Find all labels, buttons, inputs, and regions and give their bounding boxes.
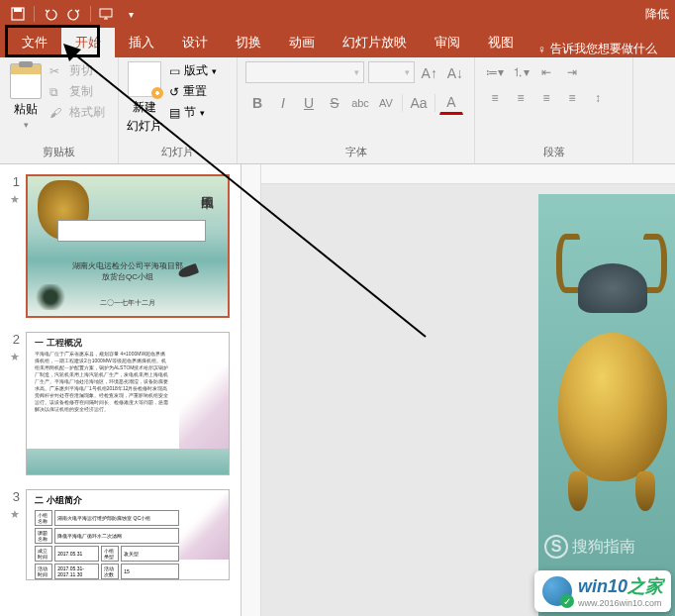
qat-more-icon[interactable]: ▾ (119, 2, 143, 26)
italic-button[interactable]: I (271, 91, 295, 115)
save-icon[interactable] (6, 2, 30, 26)
group-clipboard-label: 剪贴板 (8, 143, 110, 159)
paste-button[interactable]: 粘贴 ▾ (8, 61, 44, 132)
thumb-number: 1 (4, 174, 20, 189)
animation-star-icon[interactable]: ★ (10, 193, 20, 206)
font-size-combo[interactable]: ▾ (368, 61, 415, 83)
line-spacing-button[interactable]: ↕ (586, 87, 610, 109)
vertical-ruler (241, 164, 261, 616)
section-icon: ▤ (169, 106, 180, 120)
horizontal-ruler (261, 164, 675, 184)
copy-button[interactable]: ⧉ 复制 (48, 82, 107, 101)
reset-button[interactable]: ↺ 重置 (168, 82, 218, 101)
shrink-font-button[interactable]: A↓ (444, 61, 466, 85)
font-color-button[interactable]: A (439, 91, 463, 115)
copy-icon: ⧉ (49, 85, 65, 99)
reset-label: 重置 (183, 83, 207, 100)
thumb-number: 3 (4, 489, 20, 504)
group-slides-label: 幻灯片 (127, 143, 229, 159)
strikethrough-button[interactable]: S (323, 91, 346, 115)
main-slide-incense-image (548, 204, 675, 481)
cut-button[interactable]: ✂ 剪切 (48, 61, 107, 80)
grow-font-button[interactable]: A↑ (419, 61, 440, 85)
slide3-decoration (179, 490, 229, 560)
tab-home[interactable]: 开始 (61, 28, 115, 57)
thumbnail-slide-2[interactable]: 一 工程概况 平海电厂位于广东省惠东县，规划容量 4×1000MW超临界燃煤机组… (26, 332, 230, 475)
thumbnail-slide-3[interactable]: 二 小组简介 小组名称湖南火电平海运行维护部防腐蚀室 QC小组 课题名称降低平海… (26, 489, 230, 580)
win10-url: www.2016win10.com (578, 598, 663, 608)
new-slide-icon (128, 61, 161, 97)
text-shadow-button[interactable]: abc (348, 91, 372, 115)
thumbnail-slide-1[interactable]: 中國風 湖南火电运检分公司平海项目部放货台QC小组 二〇一七年十二月 (26, 174, 230, 318)
cut-label: 剪切 (69, 62, 93, 79)
bold-button[interactable]: B (245, 91, 269, 115)
change-case-button[interactable]: Aa (407, 91, 431, 115)
watermark-sogou: S 搜狗指南 (544, 535, 635, 559)
redo-icon[interactable] (62, 2, 86, 26)
tell-me-search[interactable]: ♀ 告诉我您想要做什么 (537, 41, 657, 57)
undo-icon[interactable] (39, 2, 62, 26)
paste-label: 粘贴 (14, 101, 38, 118)
title-text: 降低 (645, 6, 669, 23)
sogou-text: 搜狗指南 (572, 537, 635, 558)
layout-icon: ▭ (169, 64, 180, 78)
group-paragraph-label: 段落 (483, 143, 625, 159)
section-button[interactable]: ▤ 节▾ (168, 103, 218, 122)
slide1-subtitle: 湖南火电运检分公司平海项目部放货台QC小组 (28, 260, 228, 282)
chevron-down-icon: ▾ (24, 120, 29, 130)
group-slides: 新建 幻灯片 ▭ 版式▾ ↺ 重置 ▤ 节▾ 幻灯片 (119, 57, 238, 163)
new-slide-label1: 新建 (133, 99, 156, 116)
tab-file[interactable]: 文件 (8, 28, 61, 57)
group-font: ▾ ▾ A↑ A↓ B I U S abc AV Aa A 字体 (238, 57, 475, 163)
slide3-table: 小组名称湖南火电平海运行维护部防腐蚀室 QC小组 课题名称降低平海电厂循环水二次… (33, 508, 181, 580)
align-left-button[interactable]: ≡ (483, 87, 507, 109)
win10-brand: win10之家 (578, 574, 663, 598)
watermark-win10: ✓ win10之家 www.2016win10.com (534, 570, 671, 612)
globe-icon: ✓ (542, 576, 572, 606)
align-center-button[interactable]: ≡ (509, 87, 532, 109)
slide2-body: 平海电厂位于广东省惠东县，规划容量 4×1000MW超临界燃煤机组，一期工程建设… (35, 351, 169, 413)
ribbon: 粘贴 ▾ ✂ 剪切 ⧉ 复制 🖌 格式刷 剪贴板 (0, 57, 675, 164)
slide2-heading: 一 工程概况 (35, 337, 82, 350)
tab-insert[interactable]: 插入 (115, 28, 168, 57)
thumbnail-item: 3 ★ 二 小组简介 小组名称湖南火电平海运行维护部防腐蚀室 QC小组 课题名称… (4, 489, 237, 580)
group-font-label: 字体 (245, 143, 466, 159)
tab-animations[interactable]: 动画 (275, 28, 329, 57)
ribbon-tabs: 文件 开始 插入 设计 切换 动画 幻灯片放映 审阅 视图 ♀ 告诉我您想要做什… (0, 28, 675, 57)
underline-button[interactable]: U (297, 91, 321, 115)
slide2-footer-image (27, 449, 229, 474)
animation-star-icon[interactable]: ★ (10, 351, 20, 363)
new-slide-button[interactable]: 新建 幻灯片 (127, 61, 162, 135)
thumbnail-panel[interactable]: 1 ★ 中國風 湖南火电运检分公司平海项目部放货台QC小组 二〇一七年十二月 2… (0, 164, 241, 616)
thumb-number: 2 (4, 332, 20, 347)
brush-icon: 🖌 (49, 106, 65, 120)
tab-design[interactable]: 设计 (168, 28, 222, 57)
slideshow-start-icon[interactable] (95, 2, 119, 26)
increase-indent-button[interactable]: ⇥ (560, 61, 584, 83)
sogou-logo-icon: S (544, 535, 568, 559)
tab-view[interactable]: 视图 (474, 28, 528, 57)
char-spacing-button[interactable]: AV (374, 91, 398, 115)
tab-slideshow[interactable]: 幻灯片放映 (329, 28, 421, 57)
font-family-combo[interactable]: ▾ (245, 61, 364, 83)
format-painter-button[interactable]: 🖌 格式刷 (48, 103, 107, 122)
new-slide-label2: 幻灯片 (127, 118, 162, 135)
title-bar: ▾ 降低 (0, 0, 675, 28)
reset-icon: ↺ (169, 85, 179, 99)
group-clipboard: 粘贴 ▾ ✂ 剪切 ⧉ 复制 🖌 格式刷 剪贴板 (0, 57, 119, 163)
bulb-icon: ♀ (537, 43, 546, 56)
bullets-button[interactable]: ≔▾ (483, 61, 507, 83)
section-label: 节 (184, 104, 196, 121)
animation-star-icon[interactable]: ★ (10, 508, 20, 521)
align-right-button[interactable]: ≡ (534, 87, 558, 109)
numbering-button[interactable]: ⒈▾ (509, 61, 532, 83)
tab-review[interactable]: 审阅 (421, 28, 474, 57)
thumbnail-item: 2 ★ 一 工程概况 平海电厂位于广东省惠东县，规划容量 4×1000MW超临界… (4, 332, 237, 475)
slide3-heading: 二 小组简介 (35, 494, 82, 507)
decrease-indent-button[interactable]: ⇤ (534, 61, 558, 83)
tab-transitions[interactable]: 切换 (222, 28, 275, 57)
check-icon: ✓ (560, 594, 574, 608)
scissors-icon: ✂ (49, 64, 65, 78)
justify-button[interactable]: ≡ (560, 87, 584, 109)
layout-button[interactable]: ▭ 版式▾ (168, 61, 218, 80)
